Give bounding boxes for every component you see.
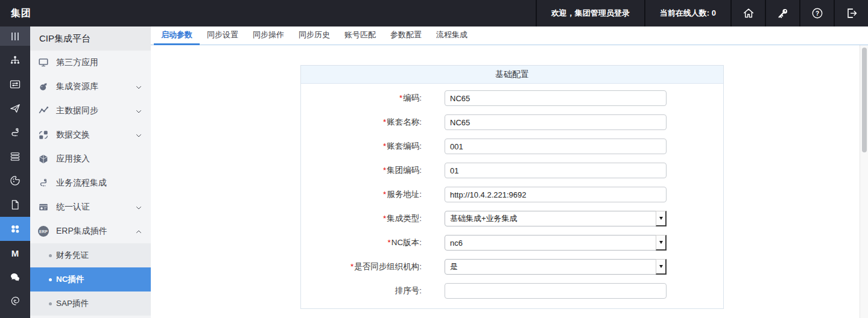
- key-button[interactable]: [765, 0, 799, 26]
- bullet-dot: [49, 278, 52, 281]
- tab-account-matching[interactable]: 账号匹配: [337, 26, 383, 45]
- required-marker: *: [387, 238, 390, 247]
- panel-body: *编码: *账套名称: *账套编码: *集团编码: *服务地址: *集成类型:: [301, 84, 723, 308]
- field-row-service-address: *服务地址:: [301, 182, 723, 207]
- sliders-icon[interactable]: [0, 72, 30, 96]
- file-icon[interactable]: [0, 193, 30, 217]
- sidebar-item-master-data-sync[interactable]: 主数据同步: [30, 99, 151, 123]
- chevron-down-icon: [135, 107, 142, 117]
- field-label: 排序号:: [301, 285, 422, 296]
- field-label: *是否同步组织机构:: [301, 261, 422, 272]
- tab-startup-params[interactable]: 启动参数: [154, 26, 200, 45]
- account-code-input[interactable]: [445, 139, 667, 154]
- sidebar-item-business-process-integration[interactable]: 业务流程集成: [30, 171, 151, 195]
- field-row-account-code: *账套编码:: [301, 134, 723, 158]
- sidebar-item-app-access[interactable]: 应用接入: [30, 147, 151, 171]
- apps-grid-icon[interactable]: [0, 217, 30, 241]
- sidebar-title: CIP集成平台: [30, 26, 151, 51]
- nc-version-select[interactable]: nc6: [445, 235, 667, 251]
- scrollbar-track[interactable]: [860, 45, 868, 318]
- group-code-input[interactable]: [445, 163, 667, 178]
- sync-org-select[interactable]: 是: [445, 259, 667, 275]
- field-label: *账套编码:: [301, 141, 422, 152]
- sidebar-subitem-financial-voucher[interactable]: 财务凭证: [30, 243, 151, 267]
- tab-param-config[interactable]: 参数配置: [383, 26, 429, 45]
- sidebar-subitem-nc-plugin[interactable]: NC插件: [30, 267, 151, 292]
- field-row-account-name: *账套名称:: [301, 110, 723, 134]
- sidebar-item-erp-plugins[interactable]: ERP ERP集成插件: [30, 219, 151, 243]
- sidebar-item-third-party-apps[interactable]: 第三方应用: [30, 51, 151, 75]
- selected-value: nc6: [450, 238, 463, 248]
- bullet-dot: [49, 302, 52, 305]
- send-icon[interactable]: [0, 96, 30, 120]
- online-count: 当前在线人数: 0: [644, 0, 730, 26]
- field-row-code: *编码:: [301, 86, 723, 110]
- field-row-sort-no: 排序号:: [301, 279, 723, 303]
- logout-icon: [845, 7, 858, 20]
- spiral-icon[interactable]: [0, 289, 30, 313]
- required-marker: *: [350, 262, 353, 271]
- erp-badge-icon: ERP: [38, 226, 49, 237]
- tab-sync-settings[interactable]: 同步设置: [200, 26, 246, 45]
- tab-sync-history[interactable]: 同步历史: [291, 26, 337, 45]
- selected-value: 基础集成+业务集成: [450, 213, 518, 224]
- chat-bubbles-icon[interactable]: [0, 265, 30, 289]
- topbar: 集团 欢迎，集团管理员登录 当前在线人数: 0 ?: [0, 0, 868, 26]
- chevron-up-icon: [135, 228, 142, 237]
- main-content: 启动参数 同步设置 同步操作 同步历史 账号匹配 参数配置 流程集成 基础配置 …: [151, 26, 868, 318]
- menu-bars-icon[interactable]: [0, 26, 30, 46]
- sidebar-subitem-sap-plugin[interactable]: SAP插件: [30, 292, 151, 316]
- chevron-down-icon: [135, 83, 142, 93]
- palette-icon[interactable]: [0, 169, 30, 193]
- home-button[interactable]: [730, 0, 765, 26]
- chevron-down-icon: [135, 131, 142, 141]
- stack-icon[interactable]: [0, 145, 30, 169]
- field-row-integration-type: *集成类型: 基础集成+业务集成: [301, 207, 723, 231]
- account-name-input[interactable]: [445, 114, 667, 130]
- topbar-spacer: [31, 0, 536, 26]
- tab-process-integration[interactable]: 流程集成: [429, 26, 475, 45]
- sidebar-item-integration-repo[interactable]: 集成资源库: [30, 75, 151, 99]
- field-label: *服务地址:: [301, 189, 422, 200]
- field-label: *账套名称:: [301, 117, 422, 128]
- auth-drawer-icon: [38, 202, 49, 213]
- svg-text:?: ?: [815, 10, 819, 17]
- process-flow-icon: [38, 178, 49, 189]
- panel-title: 基础配置: [301, 66, 723, 84]
- sitemap-icon[interactable]: [0, 48, 30, 72]
- bullet-dot: [49, 254, 52, 257]
- key-icon: [776, 7, 790, 20]
- sidebar: CIP集成平台 第三方应用 集成资源库 主数据同步 数据交换: [30, 26, 151, 318]
- resource-bag-icon: [38, 81, 49, 92]
- icon-rail: M: [0, 26, 30, 318]
- integration-type-select[interactable]: 基础集成+业务集成: [445, 211, 667, 226]
- service-address-input[interactable]: [445, 187, 667, 202]
- cube-icon: [38, 154, 49, 164]
- monitor-icon: [38, 57, 49, 68]
- flow-loop-icon[interactable]: [0, 120, 30, 145]
- logout-button[interactable]: [834, 0, 868, 26]
- sidebar-item-unified-auth[interactable]: 统一认证: [30, 195, 151, 219]
- required-marker: *: [383, 190, 386, 199]
- field-label: *集团编码:: [301, 165, 422, 176]
- welcome-text: 欢迎，集团管理员登录: [536, 0, 644, 26]
- m-letter-icon[interactable]: M: [0, 241, 30, 265]
- chevron-down-icon: [135, 204, 142, 213]
- erp-plugins-submenu: 财务凭证 NC插件 SAP插件: [30, 243, 151, 316]
- field-label: *集成类型:: [301, 213, 422, 224]
- dropdown-arrow-icon: [656, 235, 667, 251]
- tabbar: 启动参数 同步设置 同步操作 同步历史 账号匹配 参数配置 流程集成: [151, 26, 868, 45]
- scrollbar-thumb[interactable]: [862, 48, 867, 152]
- help-icon: ?: [811, 7, 824, 20]
- required-marker: *: [383, 166, 386, 175]
- help-button[interactable]: ?: [799, 0, 834, 26]
- required-marker: *: [383, 214, 386, 223]
- tab-sync-operations[interactable]: 同步操作: [246, 26, 291, 45]
- sort-no-input[interactable]: [445, 283, 667, 299]
- sidebar-item-data-exchange[interactable]: 数据交换: [30, 123, 151, 147]
- pulse-chart-icon: [38, 105, 49, 116]
- code-input[interactable]: [445, 90, 667, 106]
- field-label: *编码:: [301, 93, 422, 104]
- dropdown-arrow-icon: [656, 259, 667, 275]
- brand-logo: 集团: [0, 0, 31, 26]
